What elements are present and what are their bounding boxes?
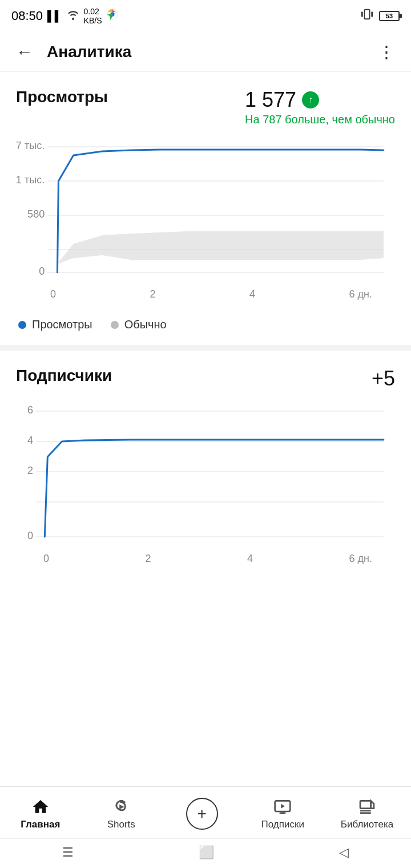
svg-marker-28 [281,804,285,809]
library-icon [357,797,377,817]
system-nav: ☰ ⬜ ◁ [0,838,411,868]
svg-text:1,1 тыс.: 1,1 тыс. [16,174,45,186]
views-value-row: 1 577 ↑ [245,88,395,112]
nav-label-library: Библиотека [341,819,393,830]
more-button[interactable]: ⋮ [373,37,400,66]
svg-marker-14 [57,231,383,264]
nav-item-subscriptions[interactable]: Подписки [260,797,305,830]
svg-text:4: 4 [27,435,33,446]
chrome-icon [106,8,119,24]
subscribers-title: Подписчики [16,367,112,385]
views-x-labels: 0 2 4 6 дн. [16,286,395,300]
back-button[interactable]: ← [11,38,38,66]
nav-items: Главная Shorts + [0,787,411,838]
views-value-block: 1 577 ↑ На 787 больше, чем обычно [245,88,395,126]
bottom-nav: Главная Shorts + [0,786,411,868]
vibrate-icon [361,8,373,24]
legend-views-dot [18,321,26,329]
page-title: Аналитика [47,43,373,61]
nav-item-home[interactable]: Главная [18,797,63,830]
add-button[interactable]: + [186,798,218,830]
battery-icon: 53 [379,11,400,21]
back-sys-button[interactable]: ◁ [325,843,362,862]
main-content: Просмотры 1 577 ↑ На 787 больше, чем обы… [0,72,411,674]
nav-label-subscriptions: Подписки [261,819,304,830]
svg-text:6: 6 [27,404,33,416]
shorts-icon [111,797,131,817]
subscriptions-icon [273,797,292,817]
nav-label-shorts: Shorts [107,819,135,830]
svg-rect-3 [361,11,363,17]
svg-text:580: 580 [27,208,45,220]
svg-text:2: 2 [27,465,33,476]
home-sys-button[interactable]: ⬜ [185,843,228,862]
views-section: Просмотры 1 577 ↑ На 787 больше, чем обы… [0,72,411,351]
views-header: Просмотры 1 577 ↑ На 787 больше, чем обы… [16,88,395,126]
subscribers-chart-svg: 6 4 2 0 [16,400,395,548]
svg-rect-4 [371,11,373,17]
views-subtitle: На 787 больше, чем обычно [245,113,395,126]
subscribers-chart-area: 6 4 2 0 0 2 4 6 дн. [16,400,395,560]
subscribers-header: Подписчики +5 [16,367,395,391]
legend-normal-dot [111,321,119,329]
status-bar: 08:50 ▌▌ 0.02KB/S 53 [0,0,411,32]
status-left: 08:50 ▌▌ 0.02KB/S [11,7,119,25]
legend-views-label: Просмотры [32,318,92,331]
views-chart-area: 1,7 тыс. 1,1 тыс. 580 0 0 2 4 6 дн. [16,135,395,307]
nav-label-home: Главная [21,819,60,830]
legend-views: Просмотры [18,318,92,331]
svg-text:1,7 тыс.: 1,7 тыс. [16,140,45,151]
legend-normal-label: Обычно [124,318,167,331]
wifi-icon [67,9,79,23]
home-icon [31,797,50,817]
menu-button[interactable]: ☰ [49,843,87,862]
svg-rect-2 [364,10,369,19]
subscribers-x-labels: 0 2 4 6 дн. [16,550,395,565]
subscribers-section: Подписчики +5 6 4 2 0 0 2 [0,351,411,674]
add-icon: + [198,806,207,822]
data-speed: 0.02KB/S [84,7,102,25]
top-nav: ← Аналитика ⋮ [0,32,411,72]
views-legend: Просмотры Обычно [16,318,395,331]
svg-text:0: 0 [39,266,45,277]
nav-item-add[interactable]: + [179,798,225,830]
svg-rect-29 [360,801,371,808]
svg-marker-30 [371,801,374,808]
subscribers-value: +5 [372,367,395,391]
status-right: 53 [361,8,400,24]
nav-item-library[interactable]: Библиотека [341,797,393,830]
views-count: 1 577 [245,88,296,112]
nav-item-shorts[interactable]: Shorts [98,797,144,830]
status-time: 08:50 [11,9,43,23]
views-title: Просмотры [16,88,108,106]
trend-up-icon: ↑ [302,91,319,108]
views-chart-svg: 1,7 тыс. 1,1 тыс. 580 0 [16,135,395,284]
signal-icon: ▌▌ [47,10,62,22]
legend-normal: Обычно [111,318,167,331]
svg-marker-24 [119,805,124,810]
svg-text:0: 0 [27,530,33,541]
